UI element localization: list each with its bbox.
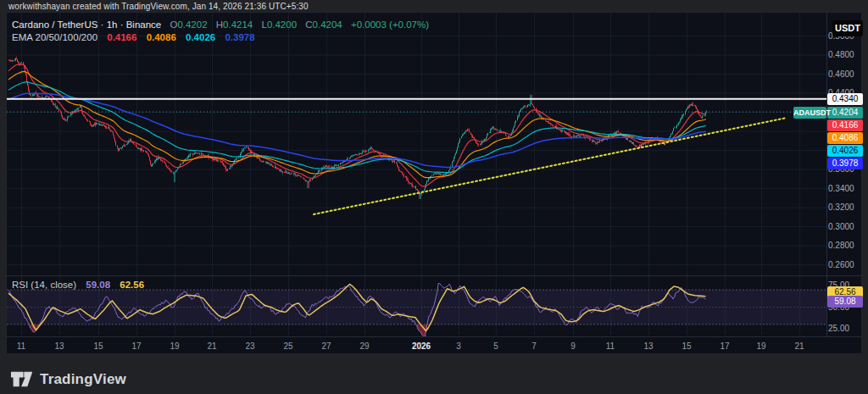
tradingview-screenshot: workwithshayan created with TradingView.… — [0, 0, 868, 394]
ohlc-open-value: 0.4202 — [177, 19, 207, 30]
ema20-value: 0.4166 — [107, 32, 136, 42]
price-badge: 0.4086 — [827, 132, 863, 144]
rsi-axis-label: 25.00 — [828, 324, 863, 334]
price-axis-label: 0.3000 — [828, 222, 863, 232]
ema-label[interactable]: EMA 20/50/100/200 — [12, 32, 97, 42]
time-axis-label: 9 — [570, 341, 576, 351]
ema50-value: 0.4086 — [147, 32, 176, 42]
time-axis-label: 5 — [493, 341, 498, 351]
price-axis-label: 0.4600 — [828, 69, 863, 80]
time-axis-label: 11 — [17, 341, 25, 351]
ema100-value: 0.4026 — [186, 32, 215, 42]
price-axis-label: 0.3200 — [828, 203, 863, 213]
price-badge: 0.4166 — [827, 119, 863, 131]
symbol-legend[interactable]: Cardano / TetherUS · 1h · Binance O0.420… — [12, 19, 429, 30]
time-axis-label: 13 — [643, 341, 653, 351]
time-axis-label: 11 — [606, 341, 615, 351]
price-axis-label: 0.2600 — [828, 260, 863, 270]
price-badge: 0.4026 — [827, 145, 863, 157]
time-axis-label: 2026 — [412, 341, 431, 351]
rsi-badge: 59.08 — [827, 296, 863, 308]
ohlc-close-value: 0.4204 — [313, 19, 342, 30]
rsi-yellow-value: 62.56 — [120, 280, 144, 290]
ema200-value: 0.3978 — [225, 32, 254, 42]
time-axis-label: 25 — [283, 341, 292, 351]
time-axis-label: 15 — [93, 341, 103, 351]
price-badge: 0.4340 — [827, 93, 863, 105]
time-axis-label: 17 — [131, 341, 141, 351]
ema-legend[interactable]: EMA 20/50/100/200 0.4166 0.4086 0.4026 0… — [12, 32, 255, 42]
ohlc-close-label: C — [305, 19, 312, 30]
time-axis-label: 27 — [321, 341, 331, 351]
rsi-purple-value: 59.08 — [86, 280, 110, 290]
rsi-label[interactable]: RSI (14, close) — [12, 280, 76, 290]
time-axis-label: 23 — [245, 341, 254, 351]
time-axis-label: 17 — [720, 341, 729, 351]
price-badge: 0.3978 — [827, 158, 863, 169]
bottom-bar — [0, 354, 868, 394]
time-axis-label: 15 — [682, 341, 691, 351]
time-axis-label: 13 — [54, 341, 64, 351]
price-axis-label: 0.2800 — [828, 241, 863, 251]
time-axis-label: 3 — [456, 341, 461, 351]
tradingview-logo-text: TradingView — [40, 371, 126, 388]
time-axis-label: 21 — [794, 341, 804, 351]
symbol-title[interactable]: Cardano / TetherUS · 1h · Binance — [12, 19, 161, 30]
change-value: +0.0003 (+0.07%) — [351, 19, 429, 30]
time-axis-label: 19 — [756, 341, 765, 351]
currency-toggle-button[interactable]: USDT — [832, 20, 863, 36]
ohlc-low-value: 0.4200 — [267, 19, 297, 30]
ohlc-high-label: H — [216, 19, 223, 30]
time-axis-label: 7 — [531, 341, 537, 351]
time-axis-label: 29 — [359, 341, 369, 351]
ohlc-high-value: 0.4214 — [223, 19, 253, 30]
tradingview-logo-icon — [10, 370, 33, 388]
rsi-legend[interactable]: RSI (14, close) 59.08 62.56 — [12, 280, 144, 290]
time-axis-label: 19 — [170, 341, 179, 351]
tradingview-logo[interactable]: TradingView — [10, 370, 126, 388]
symbol-price-badge: ADAUSDT — [793, 107, 826, 119]
time-axis-label: 21 — [207, 341, 216, 351]
chart-canvas[interactable] — [0, 0, 868, 394]
price-axis-label: 0.4800 — [828, 50, 863, 60]
price-badge: 0.4204 — [827, 107, 863, 119]
price-axis-label: 0.3400 — [828, 184, 863, 194]
